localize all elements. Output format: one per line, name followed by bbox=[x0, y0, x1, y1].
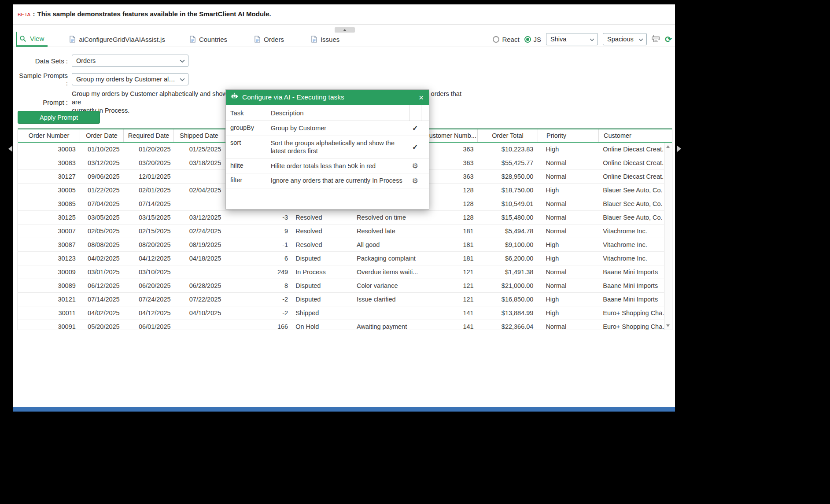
cell-required-date: 12/01/2025 bbox=[124, 170, 174, 183]
radio-icon bbox=[524, 36, 531, 43]
sample-prompts-select[interactable]: Group my orders by Customer alphab... bbox=[72, 73, 188, 85]
skin-select[interactable]: Shiva bbox=[546, 33, 598, 45]
cell-priority: High bbox=[537, 238, 598, 251]
cell-order-date: 08/08/2025 bbox=[80, 238, 124, 251]
dialog-title: Configure via AI - Executing tasks bbox=[242, 93, 418, 101]
radio-js[interactable]: JS bbox=[524, 36, 542, 43]
cell-order-number: 30085 bbox=[18, 197, 80, 210]
print-button[interactable] bbox=[652, 35, 660, 44]
scroll-right-arrow-icon[interactable] bbox=[677, 146, 681, 152]
column-header-priority[interactable]: Priority bbox=[538, 129, 599, 142]
grid-vertical-scrollbar[interactable] bbox=[664, 143, 672, 330]
radio-label: React bbox=[502, 36, 519, 43]
data-sets-select[interactable]: Orders bbox=[72, 55, 188, 67]
cell-shipped-date: 08/19/2025 bbox=[174, 238, 225, 251]
apply-prompt-button[interactable]: Apply Prompt bbox=[18, 111, 100, 124]
task-row: filterIgnore any orders that are current… bbox=[226, 173, 429, 188]
cell-days: -3 bbox=[224, 211, 292, 224]
column-header-customer-number[interactable]: Customer Numb... bbox=[424, 129, 478, 142]
column-header-order-total[interactable]: Order Total bbox=[478, 129, 538, 142]
data-sets-value: Orders bbox=[76, 57, 96, 64]
app-window: BETA:This sample demonstrates features a… bbox=[13, 4, 675, 412]
collapse-handle[interactable] bbox=[335, 27, 355, 33]
cell-order-number: 30005 bbox=[18, 184, 80, 197]
scroll-up-icon[interactable] bbox=[666, 145, 670, 148]
density-select[interactable]: Spacious bbox=[603, 33, 647, 45]
chevron-up-icon bbox=[343, 29, 347, 31]
table-row[interactable]: 3012107/14/202507/24/202507/22/2025-2Dis… bbox=[18, 293, 664, 306]
cell-priority: High bbox=[537, 306, 598, 320]
table-row[interactable]: 3012304/02/202504/12/202504/18/20256Disp… bbox=[18, 252, 664, 265]
tab-countries[interactable]: Countries bbox=[186, 32, 231, 47]
table-row[interactable]: 3009105/20/202506/01/2025166On HoldAwait… bbox=[18, 320, 664, 330]
scroll-left-arrow-icon[interactable] bbox=[8, 146, 12, 152]
cell-order-date: 01/22/2025 bbox=[80, 184, 124, 197]
task-name: filter bbox=[226, 173, 267, 188]
cell-required-date: 02/01/2025 bbox=[124, 184, 174, 197]
cell-required-date: 04/12/2025 bbox=[124, 306, 174, 320]
radio-icon bbox=[493, 36, 499, 43]
cell-priority: Normal bbox=[537, 279, 598, 292]
cell-order-date: 05/20/2025 bbox=[80, 320, 124, 330]
dialog-header[interactable]: Configure via AI - Executing tasks × bbox=[226, 90, 429, 105]
cell-status-note: Overdue items waiti... bbox=[350, 265, 423, 279]
tab-orders[interactable]: Orders bbox=[251, 32, 288, 47]
tab-view[interactable]: View bbox=[16, 32, 48, 47]
tab-label: Countries bbox=[199, 36, 227, 43]
toolbar-right: React JS Shiva Spacious ⟳ bbox=[493, 32, 672, 47]
data-sets-row: Data Sets : Orders bbox=[16, 55, 188, 67]
cell-days: -2 bbox=[224, 293, 292, 306]
table-row[interactable]: 3000702/05/202502/15/202502/24/20259Reso… bbox=[18, 224, 664, 238]
column-header-required-date[interactable]: Required Date bbox=[124, 129, 174, 142]
cell-shipped-date: 07/22/2025 bbox=[174, 293, 225, 306]
cell-order-date: 07/14/2025 bbox=[80, 293, 124, 306]
cell-customer: Online Diecast Creat... bbox=[598, 143, 664, 156]
refresh-button[interactable]: ⟳ bbox=[665, 35, 672, 44]
cell-priority: Normal bbox=[537, 197, 598, 210]
cell-order-number: 30003 bbox=[18, 143, 80, 156]
sync-icon: ⟳ bbox=[665, 35, 672, 44]
cell-customer-number: 128 bbox=[423, 211, 477, 224]
task-status: ✓ bbox=[409, 121, 421, 136]
cell-shipped-date bbox=[174, 197, 225, 210]
table-row[interactable]: 3012503/05/202503/15/202503/12/2025-3Res… bbox=[18, 211, 664, 224]
cell-customer: Vitachrome Inc. bbox=[598, 224, 664, 238]
tab-issues[interactable]: Issues bbox=[308, 32, 343, 47]
table-row[interactable]: 3008906/12/202506/20/202506/28/20258Disp… bbox=[18, 279, 664, 293]
table-row[interactable]: 3008708/08/202508/20/202508/19/2025-1Res… bbox=[18, 238, 664, 252]
cell-status: Shipped bbox=[292, 306, 350, 320]
column-header-order-number[interactable]: Order Number bbox=[18, 129, 80, 142]
cell-status-note bbox=[350, 306, 423, 320]
sample-prompts-value: Group my orders by Customer alphab... bbox=[76, 76, 176, 83]
cell-shipped-date: 06/28/2025 bbox=[174, 279, 225, 292]
cell-status: Resolved bbox=[292, 211, 350, 224]
cell-required-date: 03/20/2025 bbox=[124, 156, 174, 169]
cell-customer-number: 181 bbox=[423, 238, 477, 251]
task-row-pad bbox=[421, 136, 429, 158]
task-row-pad bbox=[421, 121, 429, 136]
cell-days: 6 bbox=[224, 252, 292, 265]
radio-react[interactable]: React bbox=[493, 36, 519, 43]
cell-required-date: 03/15/2025 bbox=[124, 211, 174, 224]
cell-required-date: 06/20/2025 bbox=[124, 279, 174, 292]
banner-message: This sample demonstrates features availa… bbox=[37, 10, 271, 18]
task-description: Group by Customer bbox=[267, 121, 409, 136]
file-code-icon bbox=[70, 36, 75, 43]
column-header-customer[interactable]: Customer bbox=[599, 129, 665, 142]
tab-source-file[interactable]: aiConfigureGridViaAIAssist.js bbox=[66, 32, 169, 47]
cell-order-total: $10,549.01 bbox=[477, 197, 538, 210]
column-header-order-date[interactable]: Order Date bbox=[80, 129, 124, 142]
cell-customer: Baane Mini Imports bbox=[598, 265, 664, 279]
task-status: ⚙ bbox=[409, 159, 421, 173]
sample-prompts-row: Sample Prompts : Group my orders by Cust… bbox=[16, 72, 188, 87]
table-row[interactable]: 3000903/01/202503/10/2025249In ProcessOv… bbox=[18, 265, 664, 279]
cell-order-total: $9,100.00 bbox=[477, 238, 538, 251]
table-row[interactable]: 3001104/02/202504/12/202504/10/2025-2Shi… bbox=[18, 306, 664, 320]
scroll-down-icon[interactable] bbox=[666, 324, 670, 327]
chevron-down-icon bbox=[180, 76, 185, 83]
cell-order-date: 03/12/2025 bbox=[80, 156, 124, 169]
column-header-shipped-date[interactable]: Shipped Date bbox=[174, 129, 225, 142]
cell-required-date: 02/15/2025 bbox=[124, 224, 174, 238]
close-icon[interactable]: × bbox=[418, 93, 424, 102]
cell-days: 8 bbox=[224, 279, 292, 292]
